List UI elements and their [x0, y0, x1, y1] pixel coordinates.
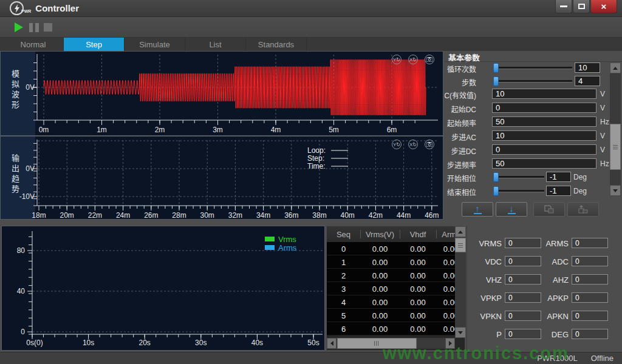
param-value[interactable]: 4 [575, 76, 600, 86]
table-row[interactable]: 60.000.000.00 [327, 322, 455, 335]
measure-value-vpkn[interactable]: 0 [505, 311, 541, 321]
measure-label-vhz: VHZ [486, 275, 502, 285]
slider-thumb[interactable] [493, 76, 499, 86]
measure-value-vhz[interactable]: 0 [505, 274, 541, 285]
param-label: 始AC(有效值) [445, 90, 476, 100]
scroll-up-button[interactable] [610, 62, 621, 73]
measure-value-apkp[interactable]: 0 [572, 292, 608, 303]
scroll-down-button[interactable] [455, 327, 466, 338]
measure-value-apkn[interactable]: 0 [572, 311, 608, 321]
recall-sequence-button[interactable] [567, 202, 599, 217]
param-input[interactable]: 10 [492, 89, 596, 99]
save-file-icon [544, 205, 554, 214]
scroll-down-button[interactable] [610, 185, 621, 196]
measure-value-p[interactable]: 0 [505, 329, 541, 339]
table-cell: 0.00 [400, 242, 436, 255]
read-from-device-button[interactable]: ↓ [496, 202, 527, 217]
svg-text:6m: 6m [387, 126, 397, 134]
pause-button[interactable] [29, 23, 39, 32]
table-cell: 5 [327, 309, 360, 322]
measure-value-adc[interactable]: 0 [572, 256, 608, 266]
table-cell: 0.00 [436, 255, 455, 269]
x-rescale-icon[interactable]: X↻ [408, 55, 418, 64]
svg-text:38m: 38m [312, 211, 326, 219]
close-button[interactable]: × [590, 0, 617, 13]
scroll-left-button[interactable] [327, 338, 337, 349]
table-cell: 0.00 [400, 295, 436, 309]
column-header[interactable]: Vrms(V) [360, 226, 400, 242]
param-unit: V [600, 146, 605, 154]
slider-thumb[interactable] [493, 186, 499, 196]
param-label: 起始DC [451, 104, 476, 114]
param-slider[interactable] [493, 80, 572, 83]
table-row[interactable]: 30.000.000.00 [327, 282, 455, 295]
svg-text:0m: 0m [39, 126, 49, 134]
param-input[interactable]: 0 [492, 103, 596, 113]
table-cell: 0.00 [360, 295, 400, 309]
svg-text:3m: 3m [213, 126, 223, 134]
param-value[interactable]: -1 [546, 172, 571, 182]
tab-normal[interactable]: Normal [3, 38, 64, 51]
scrollbar-thumb[interactable] [455, 238, 466, 252]
table-cell: 1 [327, 255, 360, 269]
measure-value-ahz[interactable]: 0 [572, 274, 608, 285]
tab-simulate[interactable]: Simulate [125, 38, 185, 51]
param-input[interactable]: 50 [492, 158, 596, 169]
maximize-button[interactable] [573, 0, 590, 13]
legend-label: Vrms [278, 235, 296, 244]
column-header[interactable]: Seq [327, 226, 360, 242]
table-row[interactable]: 40.000.000.00 [327, 295, 455, 309]
table-row[interactable]: 20.000.000.00 [327, 269, 455, 282]
measure-value-deg[interactable]: 0 [572, 329, 608, 339]
param-input[interactable]: 0 [492, 144, 596, 155]
param-slider[interactable] [493, 176, 544, 178]
param-row: 循环次数10 [445, 62, 609, 73]
svg-text:0s(0): 0s(0) [26, 339, 43, 347]
param-input[interactable]: 50 [492, 116, 596, 127]
param-slider[interactable] [493, 67, 572, 69]
slider-thumb[interactable] [493, 63, 499, 73]
svg-text:5m: 5m [329, 126, 339, 134]
scroll-up-button[interactable] [455, 226, 466, 237]
tab-standards[interactable]: Standards [246, 38, 307, 51]
table-row[interactable]: 10.000.000.00 [327, 255, 455, 269]
save-sequence-button[interactable] [533, 202, 565, 217]
table-cell: 2 [327, 269, 360, 282]
minimize-button[interactable] [555, 0, 572, 13]
scrollbar-thumb[interactable] [337, 338, 417, 349]
legend-swatch [265, 245, 275, 250]
stop-button[interactable] [44, 23, 52, 32]
tab-list[interactable]: List [185, 38, 246, 51]
svg-text:30s: 30s [195, 339, 207, 347]
snapshot-camera-icon[interactable] [425, 140, 434, 149]
measure-label-adc: ADC [552, 257, 569, 266]
table-cell: 0.00 [436, 282, 455, 295]
x-rescale-icon[interactable]: X↻ [408, 140, 418, 149]
param-label: 步进AC [451, 132, 476, 142]
snapshot-camera-icon[interactable] [425, 55, 434, 64]
slider-thumb[interactable] [493, 172, 499, 182]
measure-value-vrms[interactable]: 0 [505, 238, 541, 248]
param-value[interactable]: 10 [575, 62, 600, 73]
y-rescale-icon[interactable]: Y↻ [392, 55, 402, 64]
param-value[interactable]: -1 [546, 186, 571, 196]
y-rescale-icon[interactable]: Y↻ [392, 140, 402, 149]
svg-text:50s: 50s [307, 339, 319, 347]
measure-value-arms[interactable]: 0 [572, 238, 608, 248]
measure-value-vdc[interactable]: 0 [505, 256, 541, 266]
column-header[interactable]: Vhdf [400, 226, 436, 242]
scrollbar-thumb[interactable] [610, 124, 621, 170]
param-slider[interactable] [493, 190, 544, 192]
svg-text:0V: 0V [26, 83, 35, 92]
param-input[interactable]: 10 [492, 130, 596, 141]
write-to-device-button[interactable]: ↑ [462, 202, 493, 217]
table-row[interactable]: 00.000.000.00 [327, 242, 455, 255]
svg-text:0: 0 [21, 328, 25, 336]
svg-text:4m: 4m [271, 126, 281, 134]
scroll-right-button[interactable] [445, 338, 455, 349]
table-row[interactable]: 50.000.000.00 [327, 309, 455, 322]
run-button[interactable] [15, 22, 23, 32]
measure-label-arms: ARMS [545, 239, 569, 248]
measure-value-vpkp[interactable]: 0 [505, 292, 541, 303]
tab-step[interactable]: Step [64, 38, 125, 51]
